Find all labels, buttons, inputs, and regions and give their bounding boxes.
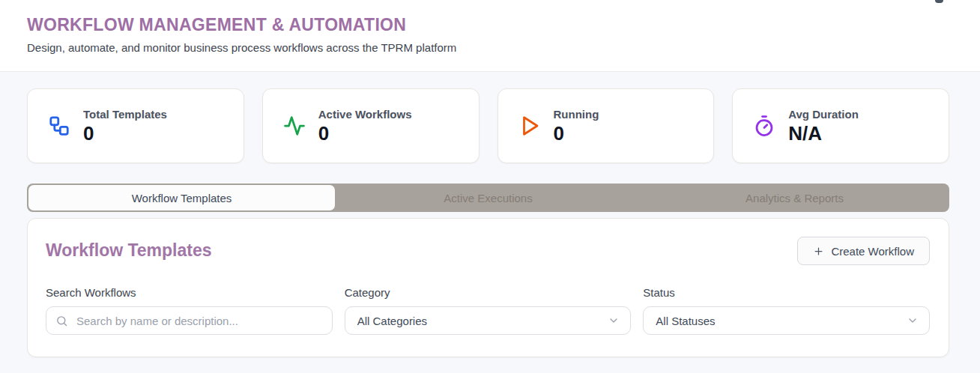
filters-row: Search Workflows Category All Categories xyxy=(46,286,930,335)
stat-text: Running 0 xyxy=(554,108,599,145)
panel-header: Workflow Templates Create Workflow xyxy=(46,237,930,265)
tab-active-executions[interactable]: Active Executions xyxy=(335,185,641,210)
page-content: Total Templates 0 Active Workflows 0 xyxy=(0,88,980,357)
stat-card-avg-duration: Avg Duration N/A xyxy=(732,88,949,163)
tab-analytics-reports[interactable]: Analytics & Reports xyxy=(641,185,948,210)
stats-row: Total Templates 0 Active Workflows 0 xyxy=(27,88,949,163)
status-selected-value: All Statuses xyxy=(656,315,715,327)
stat-label: Total Templates xyxy=(83,108,167,121)
page-subtitle: Design, automate, and monitor business p… xyxy=(27,40,953,55)
stat-text: Total Templates 0 xyxy=(83,108,167,145)
create-workflow-button[interactable]: Create Workflow xyxy=(797,237,930,265)
stat-value: 0 xyxy=(554,123,599,145)
category-select[interactable]: All Categories xyxy=(345,306,632,335)
workflow-icon xyxy=(48,115,70,137)
stat-card-active-workflows: Active Workflows 0 xyxy=(262,88,480,163)
tab-bar: Workflow Templates Active Executions Ana… xyxy=(27,184,949,212)
workflow-templates-panel: Workflow Templates Create Workflow Searc… xyxy=(27,218,949,357)
stat-card-running: Running 0 xyxy=(497,88,715,163)
play-icon xyxy=(518,115,541,137)
search-input[interactable] xyxy=(75,314,323,328)
stat-label: Running xyxy=(554,108,599,121)
tab-workflow-templates[interactable]: Workflow Templates xyxy=(28,185,335,210)
search-label: Search Workflows xyxy=(46,286,333,300)
page-header: WORKFLOW MANAGEMENT & AUTOMATION Design,… xyxy=(0,0,980,72)
plus-icon xyxy=(813,246,824,257)
activity-icon xyxy=(283,115,306,137)
workflow-management-page: WORKFLOW MANAGEMENT & AUTOMATION Design,… xyxy=(0,0,980,373)
stat-value: 0 xyxy=(83,123,167,145)
timer-icon xyxy=(753,115,775,137)
create-workflow-label: Create Workflow xyxy=(831,245,914,258)
page-title: WORKFLOW MANAGEMENT & AUTOMATION xyxy=(27,15,953,36)
chevron-down-icon xyxy=(907,315,919,327)
status-label: Status xyxy=(643,286,930,300)
section-title: Workflow Templates xyxy=(46,240,212,261)
filter-status: Status All Statuses xyxy=(643,286,930,335)
filter-search: Search Workflows xyxy=(46,286,333,335)
stat-value: 0 xyxy=(318,123,412,145)
stat-label: Active Workflows xyxy=(318,108,412,121)
stat-text: Active Workflows 0 xyxy=(318,108,412,145)
search-box xyxy=(46,306,333,335)
stat-card-total-templates: Total Templates 0 xyxy=(27,88,244,163)
stat-text: Avg Duration N/A xyxy=(788,108,859,145)
category-selected-value: All Categories xyxy=(357,315,427,327)
stat-label: Avg Duration xyxy=(788,108,859,121)
chevron-down-icon xyxy=(608,315,620,327)
filter-category: Category All Categories xyxy=(345,286,632,335)
category-label: Category xyxy=(345,286,632,300)
search-icon xyxy=(55,315,68,327)
status-select[interactable]: All Statuses xyxy=(643,306,930,335)
stat-value: N/A xyxy=(788,123,859,145)
